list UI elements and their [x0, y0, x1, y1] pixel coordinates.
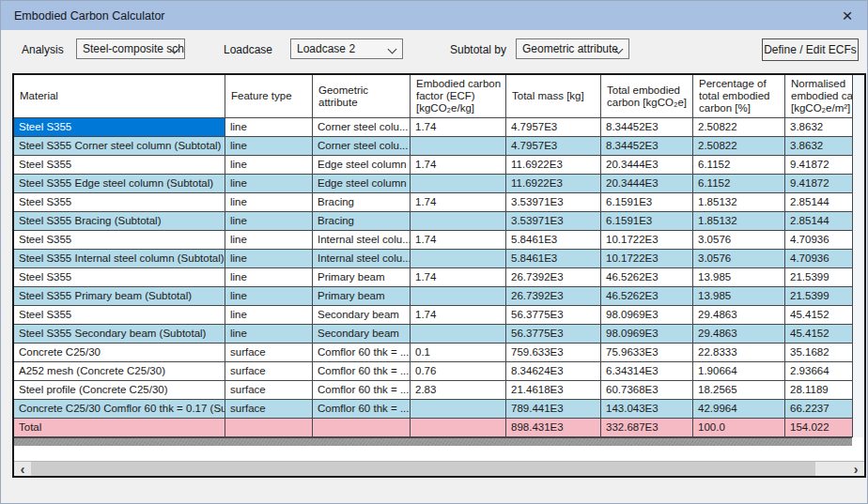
table-cell[interactable]: 22.8333 — [693, 344, 785, 361]
table-cell[interactable]: 1.74 — [411, 193, 506, 211]
table-row[interactable]: Steel S355 Primary beam (Subtotal)linePr… — [14, 287, 852, 306]
table-cell[interactable]: 20.3444E3 — [601, 156, 693, 174]
table-cell[interactable]: 13.985 — [693, 268, 785, 286]
table-cell[interactable]: 6.1591E3 — [601, 212, 693, 230]
table-cell[interactable]: line — [225, 212, 313, 230]
table-cell[interactable] — [313, 419, 411, 436]
table-cell[interactable]: Steel S355 — [14, 231, 225, 249]
table-cell[interactable]: 46.5262E3 — [601, 287, 693, 305]
table-row[interactable]: Concrete C25/30surfaceComflor 60 thk = .… — [14, 344, 852, 362]
table-cell[interactable]: Steel S355 — [14, 306, 225, 324]
table-cell[interactable]: 26.7392E3 — [506, 287, 601, 305]
table-cell[interactable]: Concrete C25/30 Comflor 60 thk = 0.17 (S… — [14, 400, 225, 418]
table-cell[interactable]: Total — [14, 419, 225, 436]
table-row[interactable]: Steel S355lineInternal steel colu...1.74… — [14, 231, 852, 250]
table-cell[interactable]: 1.74 — [411, 268, 506, 286]
table-cell[interactable]: 2.50822 — [693, 118, 785, 136]
table-cell[interactable]: Edge steel column — [313, 175, 411, 192]
table-cell[interactable]: line — [225, 306, 313, 324]
table-cell[interactable]: 4.70936 — [785, 250, 852, 267]
table-row[interactable]: Steel S355 Edge steel column (Subtotal)l… — [14, 175, 852, 193]
table-cell[interactable]: 759.633E3 — [506, 344, 601, 361]
table-cell[interactable]: 9.41872 — [785, 175, 852, 192]
table-cell[interactable]: line — [225, 118, 313, 136]
table-row[interactable]: Steel S355 Corner steel column (Subtotal… — [14, 137, 852, 156]
table-cell[interactable]: 154.022 — [785, 419, 852, 436]
table-cell[interactable]: 8.34452E3 — [601, 118, 693, 136]
table-cell[interactable]: 45.4152 — [785, 306, 852, 324]
table-cell[interactable]: 29.4863 — [693, 325, 785, 343]
table-cell[interactable]: 332.687E3 — [601, 419, 693, 436]
table-cell[interactable] — [411, 325, 506, 343]
table-cell[interactable] — [411, 175, 506, 192]
table-cell[interactable]: Steel S355 Edge steel column (Subtotal) — [14, 175, 225, 192]
table-cell[interactable]: 3.53971E3 — [506, 212, 601, 230]
table-cell[interactable]: 1.90664 — [693, 362, 785, 380]
table-cell[interactable]: Steel S355 — [14, 193, 225, 211]
table-cell[interactable]: Primary beam — [313, 287, 411, 305]
table-cell[interactable]: 0.76 — [411, 362, 506, 380]
table-cell[interactable]: 13.985 — [693, 287, 785, 305]
table-cell[interactable]: 11.6922E3 — [506, 156, 601, 174]
table-cell[interactable]: 35.1682 — [785, 344, 852, 361]
table-cell[interactable]: 18.2565 — [693, 381, 785, 399]
table-cell[interactable]: Steel S355 Secondary beam (Subtotal) — [14, 325, 225, 343]
table-cell[interactable]: 3.8632 — [785, 118, 852, 136]
table-cell[interactable]: 0.1 — [411, 344, 506, 361]
table-cell[interactable]: 100.0 — [693, 419, 785, 436]
table-cell[interactable]: 1.74 — [411, 306, 506, 324]
table-cell[interactable]: surface — [225, 344, 313, 361]
table-cell[interactable]: 8.34452E3 — [601, 137, 693, 155]
table-cell[interactable]: 898.431E3 — [506, 419, 601, 436]
table-cell[interactable]: 10.1722E3 — [601, 250, 693, 267]
table-cell[interactable]: 46.5262E3 — [601, 268, 693, 286]
vertical-scrollbar[interactable] — [852, 75, 864, 437]
table-cell[interactable]: 2.83 — [411, 381, 506, 399]
table-cell[interactable]: Steel S355 Corner steel column (Subtotal… — [14, 137, 225, 155]
scroll-left-icon[interactable]: ‹ — [14, 462, 31, 476]
table-cell[interactable] — [225, 419, 313, 436]
table-cell[interactable]: 98.0969E3 — [601, 306, 693, 324]
table-cell[interactable]: 2.85144 — [785, 212, 852, 230]
table-cell[interactable]: 66.2237 — [785, 400, 852, 418]
horizontal-scrollbar-thumb[interactable] — [31, 462, 815, 476]
table-cell[interactable]: 143.043E3 — [601, 400, 693, 418]
table-cell[interactable]: Steel S355 — [14, 118, 225, 136]
table-cell[interactable]: 2.85144 — [785, 193, 852, 211]
table-cell[interactable]: surface — [225, 381, 313, 399]
table-cell[interactable]: 56.3775E3 — [506, 325, 601, 343]
table-cell[interactable] — [411, 419, 506, 436]
analysis-dropdown[interactable]: Steel-composite sche — [76, 38, 185, 59]
table-cell[interactable]: line — [225, 137, 313, 155]
table-cell[interactable]: 6.1152 — [693, 156, 785, 174]
table-cell[interactable]: 5.8461E3 — [506, 231, 601, 249]
table-row[interactable]: Steel S355lineBracing1.743.53971E36.1591… — [14, 193, 852, 212]
table-row[interactable]: Steel S355lineEdge steel column1.7411.69… — [14, 156, 852, 175]
table-cell[interactable]: 20.3444E3 — [601, 175, 693, 192]
table-cell[interactable]: Steel S355 Primary beam (Subtotal) — [14, 287, 225, 305]
table-cell[interactable]: line — [225, 193, 313, 211]
scroll-right-icon[interactable]: › — [847, 462, 864, 476]
table-cell[interactable]: 21.5399 — [785, 268, 852, 286]
table-cell[interactable]: A252 mesh (Concrete C25/30) — [14, 362, 225, 380]
table-cell[interactable]: Internal steel colu... — [313, 250, 411, 267]
table-cell[interactable]: 789.441E3 — [506, 400, 601, 418]
table-cell[interactable]: 42.9964 — [693, 400, 785, 418]
table-cell[interactable]: 1.74 — [411, 118, 506, 136]
table-cell[interactable]: 29.4863 — [693, 306, 785, 324]
close-icon[interactable]: × — [833, 5, 861, 26]
table-cell[interactable]: 1.85132 — [693, 212, 785, 230]
table-cell[interactable]: 6.1152 — [693, 175, 785, 192]
table-cell[interactable]: Concrete C25/30 — [14, 344, 225, 361]
define-edit-ecfs-button[interactable]: Define / Edit ECFs — [762, 38, 859, 61]
table-cell[interactable]: 75.9633E3 — [601, 344, 693, 361]
table-cell[interactable]: Steel profile (Concrete C25/30) — [14, 381, 225, 399]
table-cell[interactable]: Steel S355 — [14, 156, 225, 174]
table-cell[interactable]: 6.34314E3 — [601, 362, 693, 380]
table-cell[interactable] — [411, 137, 506, 155]
table-cell[interactable]: 2.50822 — [693, 137, 785, 155]
table-cell[interactable]: Comflor 60 thk = ... — [313, 344, 411, 361]
table-cell[interactable]: 4.70936 — [785, 231, 852, 249]
subtotal-by-dropdown[interactable]: Geometric attribute — [516, 38, 629, 59]
table-cell[interactable]: 4.7957E3 — [506, 118, 601, 136]
